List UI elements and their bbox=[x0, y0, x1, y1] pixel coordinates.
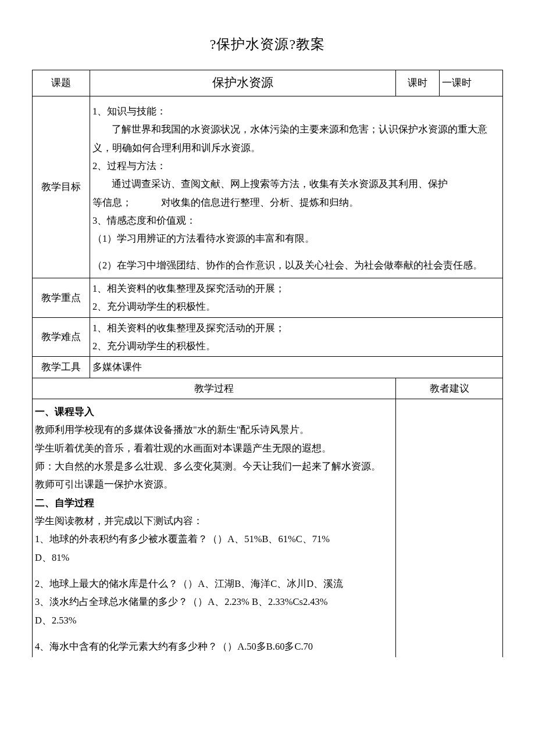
proc-q3b: D、2.53% bbox=[35, 611, 393, 629]
proc-q3: 3、淡水约占全球总水储量的多少？（）A、2.23% B、2.33%Cs2.43% bbox=[35, 593, 393, 611]
obj-p2b-a: 等信息； bbox=[92, 197, 132, 208]
lesson-plan-table: 课题 保护水资源 课时 一课时 教学目标 1、知识与技能： 了解世界和我国的水资… bbox=[32, 70, 503, 657]
topic-value: 保护水资源 bbox=[90, 70, 396, 96]
proc-q4: 4、海水中含有的化学元素大约有多少种？（）A.50多B.60多C.70 bbox=[35, 637, 393, 655]
keypoint-content: 1、相关资料的收集整理及探究活动的开展； 2、充分调动学生的积极性。 bbox=[90, 278, 503, 317]
process-content: 一、课程导入 教师利用学校现有的多媒体设备播放"水的新生"配乐诗风景片。 学生听… bbox=[33, 399, 396, 657]
process-header-left: 教学过程 bbox=[33, 378, 396, 399]
difficulty-label: 教学难点 bbox=[33, 317, 90, 357]
obj-p1: 了解世界和我国的水资源状况，水体污染的主要来源和危害；认识保护水资源的重大意义，… bbox=[92, 120, 500, 157]
proc-q1b: D、81% bbox=[35, 549, 393, 567]
table-row: 教学难点 1、相关资料的收集整理及探究活动的开展； 2、充分调动学生的积极性。 bbox=[33, 317, 503, 357]
proc-p4: 教师可引出课题一保护水资源。 bbox=[35, 475, 393, 493]
objectives-label: 教学目标 bbox=[33, 96, 90, 278]
section-2: 二、自学过程 bbox=[35, 494, 393, 512]
proc-q1: 1、地球的外表积约有多少被水覆盖着？（）A、51%B、61%C、71% bbox=[35, 530, 393, 548]
keypoint-l2: 2、充分调动学生的积极性。 bbox=[92, 298, 500, 316]
obj-p2b-b: 对收集的信息进行整理、分析、提炼和归纳。 bbox=[161, 197, 359, 208]
page-title: ?保护水资源?教案 bbox=[32, 35, 503, 53]
proc-p5: 学生阅读教材，并完成以下测试内容： bbox=[35, 512, 393, 530]
proc-p2: 学生听着优美的音乐，看着壮观的水画面对本课题产生无限的遐想。 bbox=[35, 439, 393, 457]
obj-h2: 2、过程与方法： bbox=[92, 157, 500, 175]
proc-p3: 师：大自然的水景是多么壮观、多么变化莫测。今天让我们一起来了解水资源。 bbox=[35, 457, 393, 475]
obj-p3b: （2）在学习中增强团结、协作的合作意识，以及关心社会、为社会做奉献的社会责任感。 bbox=[92, 256, 500, 274]
process-header-right: 教者建议 bbox=[396, 378, 503, 399]
obj-p2b: 等信息；对收集的信息进行整理、分析、提炼和归纳。 bbox=[92, 194, 500, 212]
obj-p2a: 通过调查采访、查阅文献、网上搜索等方法，收集有关水资源及其利用、保护 bbox=[92, 175, 500, 193]
keypoint-l1: 1、相关资料的收集整理及探究活动的开展； bbox=[92, 280, 500, 298]
topic-label: 课题 bbox=[33, 70, 90, 96]
period-label: 课时 bbox=[396, 70, 440, 96]
difficulty-l1: 1、相关资料的收集整理及探究活动的开展； bbox=[92, 319, 500, 337]
difficulty-content: 1、相关资料的收集整理及探究活动的开展； 2、充分调动学生的积极性。 bbox=[90, 317, 503, 357]
table-row: 一、课程导入 教师利用学校现有的多媒体设备播放"水的新生"配乐诗风景片。 学生听… bbox=[33, 399, 503, 657]
obj-h1: 1、知识与技能： bbox=[92, 102, 500, 120]
obj-p3a: （1）学习用辨证的方法看待水资源的丰富和有限。 bbox=[92, 230, 500, 248]
keypoint-label: 教学重点 bbox=[33, 278, 90, 317]
suggest-content bbox=[396, 399, 503, 657]
tools-value: 多媒体课件 bbox=[90, 357, 503, 378]
tools-label: 教学工具 bbox=[33, 357, 90, 378]
table-row: 课题 保护水资源 课时 一课时 bbox=[33, 70, 503, 96]
difficulty-l2: 2、充分调动学生的积极性。 bbox=[92, 337, 500, 355]
proc-q2: 2、地球上最大的储水库是什么？（）A、江湖B、海洋C、冰川D、溪流 bbox=[35, 575, 393, 593]
proc-p1: 教师利用学校现有的多媒体设备播放"水的新生"配乐诗风景片。 bbox=[35, 421, 393, 439]
table-row: 教学过程 教者建议 bbox=[33, 378, 503, 399]
section-1: 一、课程导入 bbox=[35, 403, 393, 421]
table-row: 教学目标 1、知识与技能： 了解世界和我国的水资源状况，水体污染的主要来源和危害… bbox=[33, 96, 503, 278]
objectives-content: 1、知识与技能： 了解世界和我国的水资源状况，水体污染的主要来源和危害；认识保护… bbox=[90, 96, 503, 278]
table-row: 教学重点 1、相关资料的收集整理及探究活动的开展； 2、充分调动学生的积极性。 bbox=[33, 278, 503, 317]
table-row: 教学工具 多媒体课件 bbox=[33, 357, 503, 378]
period-value: 一课时 bbox=[439, 70, 502, 96]
obj-h3: 3、情感态度和价值观： bbox=[92, 212, 500, 230]
